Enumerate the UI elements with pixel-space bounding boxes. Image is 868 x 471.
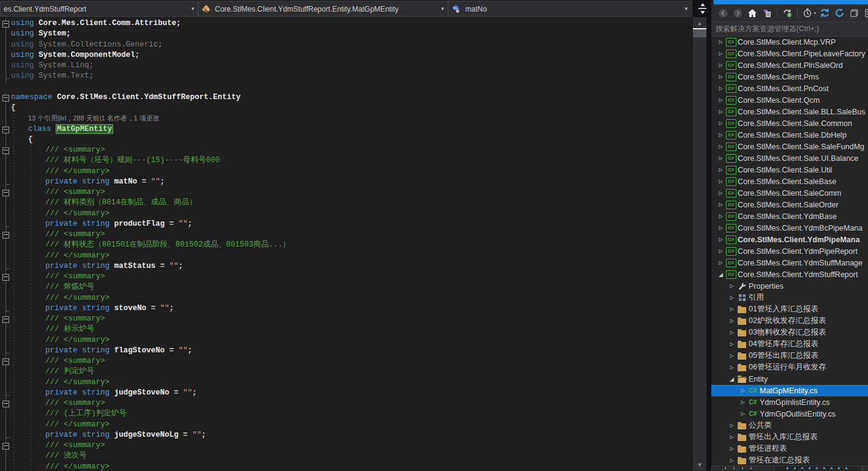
- collapsed-arrow-icon[interactable]: ▷: [738, 388, 747, 393]
- collapsed-arrow-icon[interactable]: ▷: [716, 248, 725, 254]
- show-all-files-icon[interactable]: [862, 6, 868, 20]
- back-icon[interactable]: [716, 6, 730, 20]
- outline-collapse-icon[interactable]: [2, 358, 9, 365]
- chevron-down-icon[interactable]: ▼: [813, 11, 817, 15]
- tree-item--[interactable]: ▷管坯在途汇总报表: [711, 454, 868, 466]
- scrollbar-thumb[interactable]: [693, 29, 706, 37]
- member-dropdown[interactable]: matNo ▼: [448, 1, 692, 17]
- outline-collapse-icon[interactable]: [2, 232, 9, 239]
- tree-item-core-stlmes-client-ydmstuffreport[interactable]: ◢C#Core.StlMes.Client.YdmStuffReport: [711, 269, 868, 280]
- scroll-down-arrow-icon[interactable]: ▼: [693, 462, 706, 468]
- switch-views-icon[interactable]: [760, 6, 774, 20]
- tree-item-06-[interactable]: ▷06管坯运行年月收发存: [711, 362, 868, 373]
- collapsed-arrow-icon[interactable]: ▷: [727, 423, 736, 428]
- collapsed-arrow-icon[interactable]: ▷: [716, 213, 725, 219]
- collapsed-arrow-icon[interactable]: ▷: [727, 283, 736, 289]
- tree-item-core-stlmes-client-pms[interactable]: ▷C#Core.StlMes.Client.Pms: [711, 71, 868, 83]
- tree-item-core-stlmes-client-sale-salefundmg[interactable]: ▷C#Core.StlMes.Client.Sale.SaleFundMg: [711, 141, 868, 152]
- collapsed-arrow-icon[interactable]: ▷: [716, 86, 725, 91]
- tree-item-core-stlmes-client-saleorder[interactable]: ▷C#Core.StlMes.Client.SaleOrder: [711, 199, 868, 210]
- tree-item-core-stlmes-client-salecomm[interactable]: ▷C#Core.StlMes.Client.SaleComm: [711, 187, 868, 199]
- collapsed-arrow-icon[interactable]: ▷: [716, 132, 725, 138]
- outline-collapse-icon[interactable]: [2, 443, 9, 450]
- tree-item--[interactable]: ▷管坯进程表: [711, 443, 868, 454]
- collapsed-arrow-icon[interactable]: ▷: [716, 62, 725, 68]
- outline-collapse-icon[interactable]: [2, 95, 9, 102]
- outline-collapse-icon[interactable]: [2, 127, 9, 133]
- tree-item-core-stlmes-client-mcp-vrp[interactable]: ▷C#Core.StlMes.Client.Mcp.VRP: [711, 36, 868, 48]
- tree-item-ydmgpoutlistentity-cs[interactable]: ▷C#YdmGpOutlistEntity.cs: [711, 408, 868, 420]
- tree-item-core-stlmes-client-pipeleavefactory[interactable]: ▷C#Core.StlMes.Client.PipeLeaveFactory: [711, 48, 868, 59]
- tree-item-core-stlmes-client-sale-util[interactable]: ▷C#Core.StlMes.Client.Sale.Util: [711, 164, 868, 176]
- sync-with-active-document-icon[interactable]: [780, 6, 794, 20]
- expanded-arrow-icon[interactable]: ◢: [716, 272, 725, 278]
- outline-collapse-icon[interactable]: [2, 190, 9, 196]
- collapsed-arrow-icon[interactable]: ▷: [727, 446, 736, 451]
- tree-item-properties[interactable]: ▷Properties: [711, 280, 868, 292]
- outline-collapse-icon[interactable]: [2, 401, 9, 407]
- tree-item-core-stlmes-client-sale-ui-balance[interactable]: ▷C#Core.StlMes.Client.Sale.UI.Balance: [711, 152, 868, 164]
- collapsed-arrow-icon[interactable]: ▷: [716, 202, 725, 207]
- collapsed-arrow-icon[interactable]: ▷: [738, 399, 747, 405]
- collapsed-arrow-icon[interactable]: ▷: [716, 237, 725, 242]
- collapsed-arrow-icon[interactable]: ▷: [716, 167, 725, 172]
- tree-item-core-stlmes-client-sale-dbhelp[interactable]: ▷C#Core.StlMes.Client.Sale.DbHelp: [711, 129, 868, 141]
- collapsed-arrow-icon[interactable]: ▷: [716, 179, 725, 184]
- tree-item--[interactable]: ▷公共类: [711, 420, 868, 431]
- tree-item-core-stlmes-client-sale-common[interactable]: ▷C#Core.StlMes.Client.Sale.Common: [711, 117, 868, 129]
- outline-collapse-icon[interactable]: [2, 316, 9, 323]
- tool-window-tab-strip[interactable]: [711, 465, 868, 471]
- pending-changes-filter-icon[interactable]: [801, 6, 814, 20]
- forward-icon[interactable]: [731, 6, 744, 20]
- code-editor[interactable]: using Core.Mes.Client.Comm.Attribute;usi…: [0, 17, 692, 471]
- collapsed-arrow-icon[interactable]: ▷: [716, 155, 725, 161]
- editor-vertical-scrollbar[interactable]: ▲ ▼: [693, 17, 706, 471]
- tree-item-03-[interactable]: ▷03物料收发存汇总报表: [711, 327, 868, 338]
- collapsed-arrow-icon[interactable]: ▷: [716, 97, 725, 103]
- collapsed-arrow-icon[interactable]: ▷: [727, 434, 736, 440]
- tree-item-core-stlmes-client-pncost[interactable]: ▷C#Core.StlMes.Client.PnCost: [711, 83, 868, 94]
- project-dropdown[interactable]: es.Client.YdmStuffReport ▼: [0, 1, 198, 17]
- collapsed-arrow-icon[interactable]: ▷: [716, 225, 725, 231]
- tree-item-core-stlmes-client-sale-bll-salebus[interactable]: ▷C#Core.StlMes.Client.Sale.BLL.SaleBus: [711, 106, 868, 117]
- outline-collapse-icon[interactable]: [2, 21, 9, 28]
- collapsed-arrow-icon[interactable]: ▷: [727, 353, 736, 358]
- collapsed-arrow-icon[interactable]: ▷: [738, 411, 747, 417]
- tree-item--[interactable]: ▷管坯出入库汇总报表: [711, 431, 868, 443]
- tree-item-04-[interactable]: ▷04管坯库存汇总报表: [711, 338, 868, 350]
- collapsed-arrow-icon[interactable]: ▷: [716, 144, 725, 149]
- collapsed-arrow-icon[interactable]: ▷: [716, 190, 725, 196]
- collapsed-arrow-icon[interactable]: ▷: [716, 74, 725, 80]
- tree-item-core-stlmes-client-ydmbase[interactable]: ▷C#Core.StlMes.Client.YdmBase: [711, 210, 868, 222]
- outline-collapse-icon[interactable]: [2, 274, 9, 281]
- collapsed-arrow-icon[interactable]: ▷: [727, 295, 736, 300]
- tree-item-core-stlmes-client-ydmpipemana[interactable]: ▷C#Core.StlMes.Client.YdmPipeMana: [711, 234, 868, 245]
- expanded-arrow-icon[interactable]: ◢: [727, 376, 736, 382]
- tree-item-ydmgpinlistentity-cs[interactable]: ▷C#YdmGpInlistEntity.cs: [711, 396, 868, 408]
- collapsed-arrow-icon[interactable]: ▷: [727, 341, 736, 347]
- tool-window-tab[interactable]: [862, 466, 868, 471]
- solution-explorer-search-input[interactable]: 搜索解决方案资源管理器(Ctrl+;): [711, 21, 868, 37]
- tree-item-matgpmentity-cs[interactable]: ▷C#MatGpMEntity.cs: [711, 385, 868, 396]
- tree-item-core-stlmes-client-salebase[interactable]: ▷C#Core.StlMes.Client.SaleBase: [711, 176, 868, 187]
- outline-collapse-icon[interactable]: [2, 147, 9, 154]
- tree-item--[interactable]: ▷引用: [711, 292, 868, 303]
- tree-item-core-stlmes-client-ydmbcpipemana[interactable]: ▷C#Core.StlMes.Client.YdmBcPipeMana: [711, 222, 868, 234]
- tree-item-core-stlmes-client-qcm[interactable]: ▷C#Core.StlMes.Client.Qcm: [711, 94, 868, 106]
- tree-item-05-[interactable]: ▷05管坯出库汇总报表: [711, 350, 868, 362]
- collapsed-arrow-icon[interactable]: ▷: [727, 365, 736, 370]
- pane-splitter[interactable]: [706, 0, 711, 471]
- collapsed-arrow-icon[interactable]: ▷: [716, 109, 725, 114]
- collapsed-arrow-icon[interactable]: ▷: [716, 51, 725, 56]
- tool-window-tab[interactable]: [711, 466, 775, 471]
- tool-window-tab-active[interactable]: [784, 466, 856, 471]
- collapse-all-icon[interactable]: [848, 6, 861, 20]
- tree-item-core-stlmes-client-plnsaleord[interactable]: ▷C#Core.StlMes.Client.PlnSaleOrd: [711, 59, 868, 71]
- collapsed-arrow-icon[interactable]: ▷: [716, 39, 725, 45]
- type-dropdown[interactable]: Core.StlMes.Client.YdmStuffReport.Entity…: [198, 1, 448, 17]
- collapsed-arrow-icon[interactable]: ▷: [727, 458, 736, 463]
- collapsed-arrow-icon[interactable]: ▷: [727, 330, 736, 335]
- tree-item-core-stlmes-client-ydmpipereport[interactable]: ▷C#Core.StlMes.Client.YdmPipeReport: [711, 245, 868, 257]
- tree-item-entity[interactable]: ◢Entity: [711, 373, 868, 385]
- collapsed-arrow-icon[interactable]: ▷: [716, 121, 725, 126]
